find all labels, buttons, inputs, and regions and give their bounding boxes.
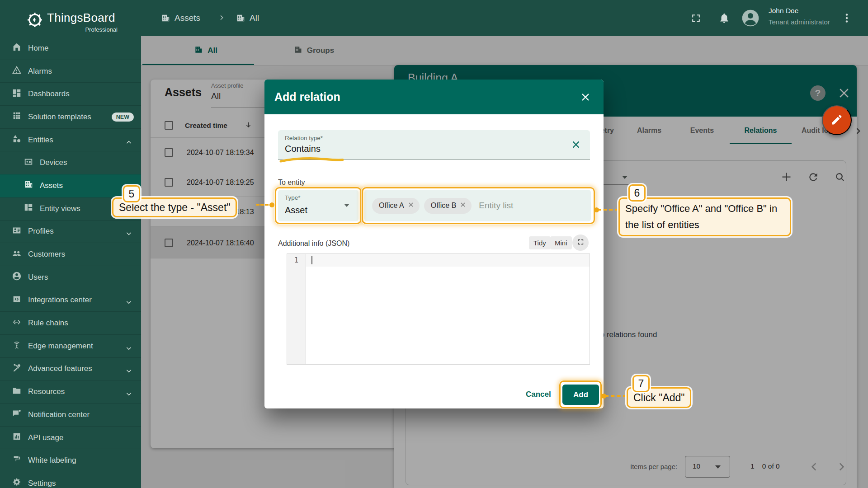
devices-icon	[24, 157, 33, 169]
sidebar-item-dashboards[interactable]: Dashboards	[0, 83, 141, 106]
dialog-close-icon[interactable]	[580, 92, 591, 104]
sidebar-item-label: Entity views	[40, 204, 80, 213]
sidebar-item-rule-chains[interactable]: Rule chains	[0, 312, 141, 335]
sidebar-item-advanced-features[interactable]: Advanced features	[0, 358, 141, 381]
sidebar-item-label: Settings	[28, 479, 56, 488]
chevron-down-icon	[126, 366, 132, 375]
integrations-icon	[12, 294, 22, 306]
sidebar-item-notification-center[interactable]: Notification center	[0, 404, 141, 427]
additional-info-label: Additional info (JSON)	[278, 239, 349, 248]
step-callout: Specify "Office A" and "Office B" in the…	[618, 197, 791, 236]
edit-fab-button[interactable]	[822, 105, 852, 135]
editor-line-numbers: 1	[287, 254, 306, 364]
chevron-down-icon	[126, 344, 132, 353]
editor-fullscreen-button[interactable]	[572, 235, 589, 251]
sidebar-item-assets[interactable]: Assets	[0, 174, 141, 197]
sidebar-item-solution-templates[interactable]: Solution templates NEW	[0, 106, 141, 129]
sidebar-item-label: Alarms	[28, 67, 52, 76]
breadcrumb-assets[interactable]: Assets	[175, 13, 200, 23]
editor-cursor	[311, 256, 312, 264]
sidebar-item-edge-management[interactable]: Edge management	[0, 335, 141, 358]
sidebar-item-customers[interactable]: Customers	[0, 243, 141, 266]
sidebar-item-label: Resources	[28, 387, 65, 396]
thingsboard-app: ThingsBoard Professional Assets All John…	[0, 0, 868, 488]
new-badge: NEW	[112, 113, 134, 122]
sidebar-item-profiles[interactable]: Profiles	[0, 221, 141, 244]
sidebar-item-devices[interactable]: Devices	[0, 151, 141, 174]
entity-views-icon	[24, 202, 33, 215]
sidebar-item-label: Assets	[40, 181, 63, 190]
sidebar-item-label: Integrations center	[28, 296, 92, 305]
fullscreen-icon[interactable]	[690, 13, 702, 26]
edge-icon	[12, 340, 22, 352]
chevron-up-icon	[126, 138, 132, 147]
highlight-ring-entity-list	[362, 187, 595, 224]
sidebar-item-alarms[interactable]: Alarms	[0, 60, 141, 83]
sidebar-item-white-labeling[interactable]: White labeling	[0, 449, 141, 472]
cancel-button[interactable]: Cancel	[526, 390, 551, 399]
sidebar: Home Alarms Dashboards Solution template…	[0, 36, 141, 488]
api-usage-icon	[12, 432, 22, 444]
top-bar: ThingsBoard Professional Assets All John…	[0, 0, 868, 36]
settings-gear-icon	[12, 477, 22, 488]
home-icon	[12, 42, 22, 54]
user-name: John Doe	[769, 7, 798, 15]
step-badge: 5	[123, 185, 140, 202]
sidebar-item-label: White labeling	[28, 456, 76, 465]
sidebar-item-label: Customers	[28, 250, 65, 259]
advanced-features-icon	[12, 363, 22, 375]
highlight-underline	[279, 156, 344, 165]
leader-dot	[601, 394, 606, 399]
sidebar-item-api-usage[interactable]: API usage	[0, 427, 141, 450]
mini-button[interactable]: Mini	[550, 236, 572, 249]
notifications-bell-icon[interactable]	[718, 12, 730, 26]
thingsboard-logo-icon	[24, 8, 45, 32]
sidebar-item-integrations-center[interactable]: Integrations center	[0, 289, 141, 312]
sidebar-item-label: API usage	[28, 433, 63, 442]
alarm-icon	[12, 65, 22, 77]
highlight-ring-add-button	[559, 380, 602, 408]
breadcrumb-assets-icon	[160, 13, 170, 25]
sidebar-item-label: Edge management	[28, 342, 93, 351]
chevron-down-icon	[126, 298, 132, 307]
sidebar-item-entities[interactable]: Entities	[0, 129, 141, 152]
clear-field-icon[interactable]	[571, 140, 581, 151]
relation-type-field[interactable]: Relation type* Contains	[278, 130, 590, 160]
sidebar-item-label: Profiles	[28, 227, 54, 236]
sidebar-item-label: Users	[28, 273, 48, 282]
dashboards-icon	[12, 88, 22, 100]
user-avatar[interactable]	[741, 8, 760, 30]
chevron-down-icon	[126, 389, 132, 399]
logo-title: ThingsBoard	[47, 11, 115, 25]
highlight-ring-type	[275, 187, 362, 224]
breadcrumb-separator-icon	[218, 14, 225, 23]
relation-type-label: Relation type*	[285, 135, 323, 141]
step-badge: 6	[628, 184, 646, 202]
tidy-button[interactable]: Tidy	[529, 236, 551, 249]
leader-dot	[594, 207, 599, 212]
add-relation-dialog: Add relation Relation type* Contains To …	[264, 80, 604, 408]
dialog-title: Add relation	[274, 90, 340, 103]
solution-templates-icon	[12, 111, 22, 123]
breadcrumb-all[interactable]: All	[250, 13, 259, 23]
sidebar-item-label: Entities	[28, 136, 53, 145]
logo-subtitle: Professional	[47, 26, 118, 33]
leader-line	[605, 395, 627, 397]
sidebar-item-label: Rule chains	[28, 319, 68, 328]
users-icon	[12, 271, 22, 283]
relation-type-value: Contains	[285, 144, 321, 154]
sidebar-item-label: Dashboards	[28, 89, 70, 99]
sidebar-item-settings[interactable]: Settings	[0, 472, 141, 488]
profiles-icon	[12, 225, 22, 238]
breadcrumb-all-icon	[236, 13, 245, 25]
step-badge: 7	[632, 375, 650, 392]
sidebar-item-users[interactable]: Users	[0, 266, 141, 289]
pencil-icon	[830, 113, 843, 127]
more-menu-icon[interactable]	[841, 12, 853, 26]
dialog-header: Add relation	[264, 80, 604, 114]
notification-center-icon	[12, 408, 22, 421]
json-editor[interactable]: 1	[287, 253, 590, 365]
sidebar-item-home[interactable]: Home	[0, 37, 141, 60]
resources-folder-icon	[12, 386, 22, 398]
sidebar-item-resources[interactable]: Resources	[0, 380, 141, 404]
